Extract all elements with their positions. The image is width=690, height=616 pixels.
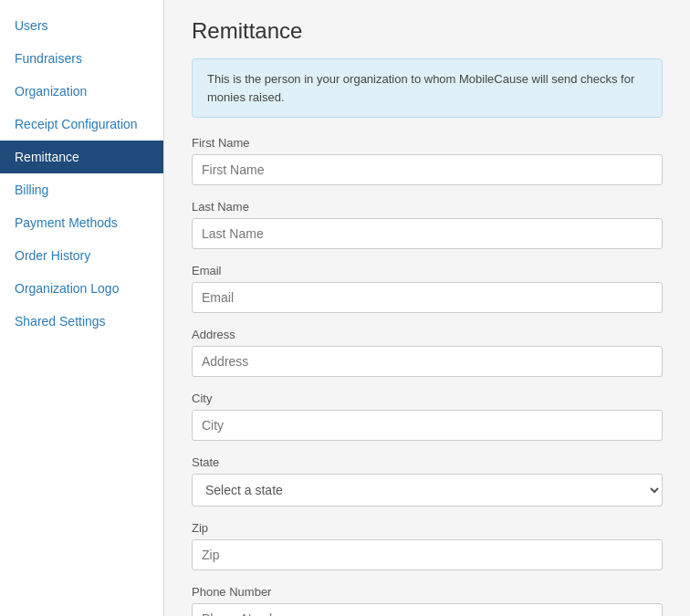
city-input[interactable]	[192, 410, 663, 441]
sidebar-item-order-history[interactable]: Order History	[0, 239, 163, 272]
email-label: Email	[192, 264, 663, 277]
state-label: State	[192, 455, 663, 469]
zip-group: Zip	[192, 521, 663, 570]
address-group: Address	[192, 328, 663, 377]
city-label: City	[192, 392, 663, 405]
city-group: City	[192, 392, 663, 441]
address-label: Address	[192, 328, 663, 341]
phone-label: Phone Number	[192, 585, 663, 599]
sidebar-item-payment-methods[interactable]: Payment Methods	[0, 206, 163, 239]
info-banner: This is the person in your organization …	[192, 58, 663, 118]
sidebar-item-fundraisers[interactable]: Fundraisers	[0, 42, 163, 75]
sidebar-item-users[interactable]: Users	[0, 9, 163, 42]
sidebar-item-receipt-configuration[interactable]: Receipt Configuration	[0, 108, 163, 141]
first-name-input[interactable]	[192, 154, 663, 185]
state-group: State Select a state	[192, 455, 663, 506]
sidebar-item-billing[interactable]: Billing	[0, 173, 163, 206]
sidebar-item-remittance[interactable]: Remittance	[0, 141, 163, 173]
first-name-group: First Name	[192, 136, 663, 185]
zip-input[interactable]	[192, 539, 663, 570]
last-name-group: Last Name	[192, 200, 663, 249]
zip-label: Zip	[192, 521, 663, 535]
main-content: Remittance This is the person in your or…	[164, 0, 690, 616]
sidebar-item-organization-logo[interactable]: Organization Logo	[0, 272, 163, 305]
page-title: Remittance	[192, 18, 663, 44]
email-input[interactable]	[192, 282, 663, 313]
email-group: Email	[192, 264, 663, 313]
last-name-label: Last Name	[192, 200, 663, 214]
phone-input[interactable]	[192, 603, 663, 616]
sidebar-item-shared-settings[interactable]: Shared Settings	[0, 305, 163, 338]
first-name-label: First Name	[192, 136, 663, 150]
address-input[interactable]	[192, 346, 663, 377]
sidebar-item-organization[interactable]: Organization	[0, 75, 163, 108]
sidebar: Users Fundraisers Organization Receipt C…	[0, 0, 164, 616]
state-select[interactable]: Select a state	[192, 474, 663, 506]
last-name-input[interactable]	[192, 218, 663, 249]
phone-group: Phone Number	[192, 585, 663, 616]
